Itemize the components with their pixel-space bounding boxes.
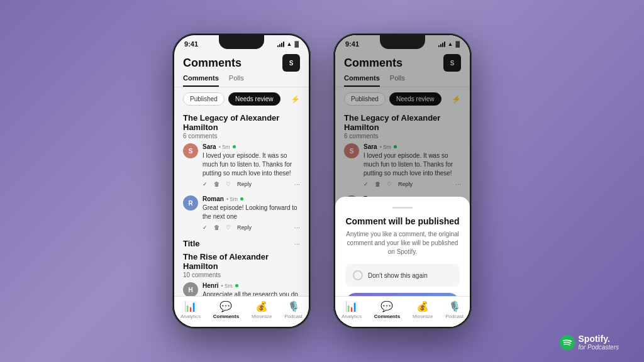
like-btn-roman-1[interactable]: ♡ — [226, 224, 231, 231]
monetize-icon-1: 💰 — [255, 300, 268, 312]
modal-overlay: Comment will be published Anytime you li… — [335, 35, 470, 327]
bottom-nav-2: 📊 Analytics 💬 Comments 💰 Monetize 🎙️ Pod… — [335, 296, 470, 327]
comment-text-roman-1: Great episode! Looking forward to the ne… — [203, 204, 300, 221]
online-dot-roman-1 — [240, 197, 243, 200]
comments-label-1: Comments — [213, 314, 239, 319]
app-icon-btn-1[interactable]: S — [282, 54, 300, 72]
analytics-label-1: Analytics — [180, 314, 201, 319]
avatar-sara-1: S — [183, 143, 198, 158]
online-dot-sara-1 — [233, 145, 236, 148]
comment-meta-henri-1: Henri • 5m — [203, 282, 300, 289]
wifi-icon-1: ▲ — [287, 41, 292, 47]
episode-count-1: 6 comments — [183, 133, 300, 140]
nav-monetize-1[interactable]: 💰 Monetize — [252, 300, 272, 319]
episode-title-1: The Legacy of Alexander Hamilton — [183, 113, 300, 132]
status-icons-1: ▲ ▓ — [277, 41, 299, 47]
modal-title: Comment will be published — [345, 216, 460, 226]
analytics-icon-2: 📊 — [345, 300, 358, 312]
comment-author-henri-1: Henri — [203, 282, 219, 289]
episode-section-2: The Rise of Alexander Hamilton 10 commen… — [174, 250, 309, 278]
spotify-logo-icon — [560, 335, 575, 350]
podcast-label-2: Podcast — [445, 314, 464, 319]
episode-section-1: The Legacy of Alexander Hamilton 6 comme… — [174, 111, 309, 140]
comments-icon-2: 💬 — [380, 300, 393, 312]
tabs-1: Comments Polls — [174, 74, 309, 87]
avatar-henri-1: H — [183, 282, 198, 297]
comment-body-roman-1: Roman • 5m Great episode! Looking forwar… — [203, 195, 300, 231]
comment-text-sara-1: I loved your episode. It was so much fun… — [203, 151, 300, 178]
like-btn-sara-1[interactable]: ♡ — [226, 181, 231, 187]
comment-actions-sara-1: ✓ 🗑 ♡ Reply ··· — [203, 180, 300, 188]
podcast-label-1: Podcast — [284, 314, 303, 319]
comment-time-henri-1: • 5m — [221, 283, 233, 289]
battery-icon-1: ▓ — [294, 41, 299, 47]
spotify-sub: for Podcasters — [579, 344, 619, 351]
app-title-1: Comments — [183, 57, 242, 70]
nav-podcast-1[interactable]: 🎙️ Podcast — [284, 300, 303, 319]
modal-checkbox-row[interactable]: Don't show this again — [345, 264, 460, 287]
delete-btn-sara-1[interactable]: 🗑 — [214, 181, 219, 187]
comment-author-roman-1: Roman — [203, 195, 224, 202]
delete-btn-roman-1[interactable]: 🗑 — [214, 224, 219, 231]
monetize-label-1: Monetize — [252, 314, 272, 319]
filter-icon-1[interactable]: ⚡ — [291, 95, 300, 104]
monetize-label-2: Monetize — [413, 314, 433, 319]
tab-polls-1[interactable]: Polls — [229, 74, 244, 87]
spotify-text: Spotify. for Podcasters — [579, 334, 619, 351]
comment-item-sara-1: S Sara • 5m I loved your episode. It was… — [174, 140, 309, 192]
spotify-name: Spotify. — [579, 334, 619, 344]
app-header-1: Comments S — [174, 50, 309, 74]
comment-author-sara-1: Sara — [203, 143, 216, 150]
section-divider-1: Title ··· — [174, 235, 309, 250]
section-label-1: Title — [183, 239, 200, 248]
reply-btn-roman-1[interactable]: Reply — [237, 224, 252, 231]
episode-count-2: 10 comments — [183, 272, 300, 278]
check-btn-sara-1[interactable]: ✓ — [203, 181, 208, 187]
section-dots-1[interactable]: ··· — [294, 240, 300, 248]
podcast-icon-1: 🎙️ — [287, 300, 300, 312]
modal-handle — [392, 207, 413, 209]
nav-analytics-1[interactable]: 📊 Analytics — [180, 300, 201, 319]
spotify-branding: Spotify. for Podcasters — [560, 334, 619, 351]
comment-item-roman-1: R Roman • 5m Great episode! Looking forw… — [174, 192, 309, 235]
podcast-icon-2: 🎙️ — [448, 300, 461, 312]
comment-body-sara-1: Sara • 5m I loved your episode. It was s… — [203, 143, 300, 188]
bottom-nav-1: 📊 Analytics 💬 Comments 💰 Monetize 🎙️ Pod… — [174, 296, 309, 327]
analytics-label-2: Analytics — [341, 314, 362, 319]
tab-comments-1[interactable]: Comments — [183, 74, 219, 87]
online-dot-henri-1 — [235, 284, 238, 287]
nav-podcast-2[interactable]: 🎙️ Podcast — [445, 300, 464, 319]
nav-analytics-2[interactable]: 📊 Analytics — [341, 300, 362, 319]
status-time-1: 9:41 — [184, 40, 198, 48]
comment-time-roman-1: • 5m — [226, 196, 238, 202]
modal-description: Anytime you like a comment, the original… — [345, 230, 460, 256]
filter-row-1: Published Needs review ⚡ — [174, 87, 309, 111]
notch-2 — [380, 35, 425, 49]
episode-title-2: The Rise of Alexander Hamilton — [183, 252, 300, 271]
signal-icon-1 — [277, 41, 284, 47]
comments-icon-1: 💬 — [219, 300, 232, 312]
comment-actions-roman-1: ✓ 🗑 ♡ Reply ··· — [203, 224, 300, 231]
comments-label-2: Comments — [374, 314, 400, 319]
phone-2: 9:41 ▲ ▓ Comments S — [333, 33, 472, 329]
avatar-roman-1: R — [183, 195, 198, 211]
nav-monetize-2[interactable]: 💰 Monetize — [413, 300, 433, 319]
nav-comments-2[interactable]: 💬 Comments — [374, 300, 400, 319]
reply-btn-sara-1[interactable]: Reply — [237, 181, 252, 187]
notch-1 — [219, 35, 264, 49]
comment-meta-roman-1: Roman • 5m — [203, 195, 300, 202]
analytics-icon-1: 📊 — [184, 300, 197, 312]
pill-needs-review-1[interactable]: Needs review — [228, 92, 280, 106]
dont-show-label: Don't show this again — [368, 272, 428, 279]
more-btn-sara-1[interactable]: ··· — [294, 180, 300, 188]
monetize-icon-2: 💰 — [416, 300, 429, 312]
check-btn-roman-1[interactable]: ✓ — [203, 224, 208, 231]
dont-show-checkbox[interactable] — [353, 270, 363, 280]
comment-meta-sara-1: Sara • 5m — [203, 143, 300, 150]
pill-published-1[interactable]: Published — [183, 92, 225, 106]
comment-time-sara-1: • 5m — [219, 144, 230, 150]
more-btn-roman-1[interactable]: ··· — [294, 224, 300, 231]
phone-1: 9:41 ▲ ▓ Comments S — [172, 33, 311, 329]
nav-comments-1[interactable]: 💬 Comments — [213, 300, 239, 319]
